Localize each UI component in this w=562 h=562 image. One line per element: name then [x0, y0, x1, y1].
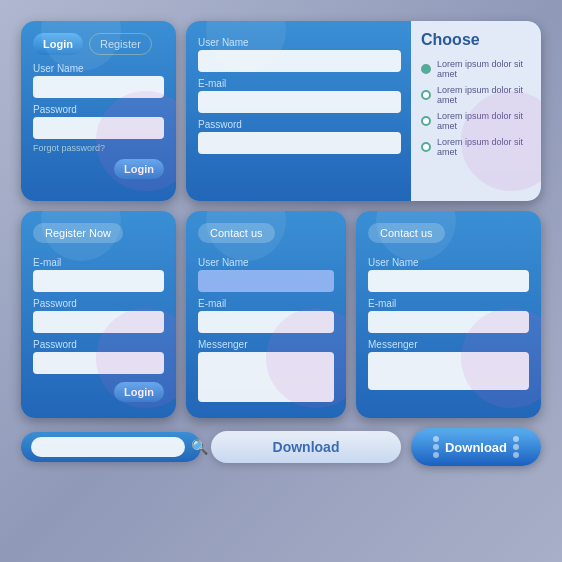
password-label: Password — [33, 104, 164, 115]
contact-right-card: Contact us User Name E-mail Messenger — [356, 211, 541, 418]
contact-mid-username-input[interactable] — [198, 270, 334, 292]
reg2-password-label: Password — [33, 298, 164, 309]
login-tab-button[interactable]: Login — [33, 33, 83, 55]
reg2-email-label: E-mail — [33, 257, 164, 268]
radio-dot-1 — [421, 64, 431, 74]
contact-mid-username-label: User Name — [198, 257, 334, 268]
register-tab-button[interactable]: Register — [89, 33, 152, 55]
choose-option-3[interactable]: Lorem ipsum dolor sit amet — [421, 111, 531, 131]
choose-option-3-text: Lorem ipsum dolor sit amet — [437, 111, 531, 131]
contact-mid-button[interactable]: Contact us — [198, 223, 275, 243]
choose-option-1[interactable]: Lorem ipsum dolor sit amet — [421, 59, 531, 79]
download-side-dots-left — [433, 436, 439, 458]
reg-username-input[interactable] — [198, 50, 401, 72]
dl-dot-6 — [513, 452, 519, 458]
choose-option-2-text: Lorem ipsum dolor sit amet — [437, 85, 531, 105]
download-side-dots-right — [513, 436, 519, 458]
contact-mid-card: Contact us User Name E-mail Messenger — [186, 211, 346, 418]
login-submit-button[interactable]: Login — [114, 159, 164, 179]
download-blue-button[interactable]: Download — [411, 428, 541, 466]
search-icon[interactable]: 🔍 — [191, 439, 208, 455]
dl-dot-5 — [513, 444, 519, 450]
search-bar: 🔍 — [21, 432, 201, 462]
reg2-email-input[interactable] — [33, 270, 164, 292]
reg2-password2-label: Password — [33, 339, 164, 350]
choose-option-4[interactable]: Lorem ipsum dolor sit amet — [421, 137, 531, 157]
reg2-login-button[interactable]: Login — [114, 382, 164, 402]
contact-right-username-input[interactable] — [368, 270, 529, 292]
reg2-password2-input[interactable] — [33, 352, 164, 374]
contact-right-messenger-label: Messenger — [368, 339, 529, 350]
dl-dot-4 — [513, 436, 519, 442]
register-now-button[interactable]: Register Now — [33, 223, 123, 243]
bottom-bar: 🔍 Download Download — [21, 428, 541, 466]
contact-mid-messenger-label: Messenger — [198, 339, 334, 350]
download-flat-button[interactable]: Download — [211, 431, 401, 463]
radio-dot-3 — [421, 116, 431, 126]
reg-password-label: Password — [198, 119, 401, 130]
password-input[interactable] — [33, 117, 164, 139]
choose-panel: Choose Lorem ipsum dolor sit amet Lorem … — [411, 21, 541, 201]
contact-mid-messenger-input[interactable] — [198, 352, 334, 402]
choose-title: Choose — [421, 31, 531, 49]
contact-right-button[interactable]: Contact us — [368, 223, 445, 243]
contact-right-username-label: User Name — [368, 257, 529, 268]
reg-username-label: User Name — [198, 37, 401, 48]
download-blue-label: Download — [445, 440, 507, 455]
register-now-card: Register Now E-mail Password Password Lo… — [21, 211, 176, 418]
contact-right-email-input[interactable] — [368, 311, 529, 333]
choose-option-1-text: Lorem ipsum dolor sit amet — [437, 59, 531, 79]
dl-dot-3 — [433, 452, 439, 458]
contact-mid-email-input[interactable] — [198, 311, 334, 333]
username-label: User Name — [33, 63, 164, 74]
reg-password-input[interactable] — [198, 132, 401, 154]
username-input[interactable] — [33, 76, 164, 98]
reg-email-input[interactable] — [198, 91, 401, 113]
forgot-password-link[interactable]: Forgot password? — [33, 143, 164, 153]
radio-dot-2 — [421, 90, 431, 100]
dl-dot-1 — [433, 436, 439, 442]
contact-right-messenger-input[interactable] — [368, 352, 529, 390]
choose-option-4-text: Lorem ipsum dolor sit amet — [437, 137, 531, 157]
login-card: Login Register User Name Password Forgot… — [21, 21, 176, 201]
dl-dot-2 — [433, 444, 439, 450]
choose-option-2[interactable]: Lorem ipsum dolor sit amet — [421, 85, 531, 105]
contact-right-email-label: E-mail — [368, 298, 529, 309]
reg-email-label: E-mail — [198, 78, 401, 89]
contact-mid-email-label: E-mail — [198, 298, 334, 309]
radio-dot-4 — [421, 142, 431, 152]
register-choose-card: User Name E-mail Password Choose Lorem i… — [186, 21, 541, 201]
reg2-password-input[interactable] — [33, 311, 164, 333]
search-input[interactable] — [31, 437, 185, 457]
